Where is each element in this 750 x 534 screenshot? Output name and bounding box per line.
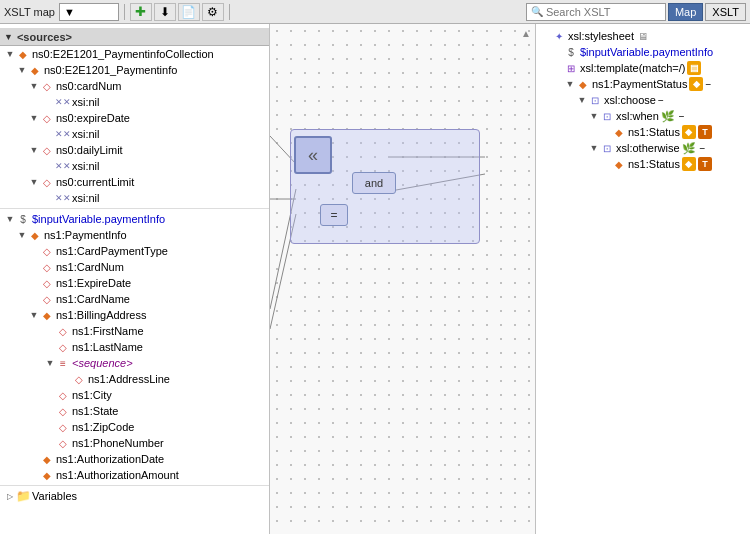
map-button[interactable]: Map (668, 3, 703, 21)
tree-toggle[interactable]: ▼ (588, 110, 600, 122)
tree-item[interactable]: ✕✕ xsi:nil (0, 190, 269, 206)
arrow-node[interactable]: « (294, 136, 332, 174)
tree-item[interactable]: ▼ ◇ ns0:dailyLimit (0, 142, 269, 158)
tree-toggle[interactable]: ▼ (588, 142, 600, 154)
tree-separator (0, 208, 269, 209)
tree-toggle[interactable]: ▼ (28, 176, 40, 188)
tree-item[interactable]: ◇ ns1:State (0, 403, 269, 419)
sources-toggle[interactable]: ▼ (4, 32, 13, 42)
tree-toggle[interactable]: ▼ (28, 80, 40, 92)
right-tree-item[interactable]: ▼ ⊡ xsl:otherwise 🌿 − (536, 140, 750, 156)
tree-item[interactable]: ▼ ◆ ns0:E2E1201_PaymentinfoCollection (0, 46, 269, 62)
tree-item[interactable]: ◇ ns1:LastName (0, 339, 269, 355)
tree-label: ns1:PhoneNumber (72, 437, 164, 449)
attr-icon: ◇ (40, 276, 54, 290)
import-btn[interactable]: ⬇ (154, 3, 176, 21)
template-icon: ⊞ (564, 61, 578, 75)
right-tree-item[interactable]: ▼ ◆ ns1:PaymentStatus ◆ − (536, 76, 750, 92)
attr-icon: ◇ (40, 175, 54, 189)
tree-label: $inputVariable.paymentInfo (580, 46, 713, 58)
connection-lines (270, 24, 535, 534)
green-icon-2: 🌿 (682, 141, 696, 155)
tree-item[interactable]: ◇ ns1:FirstName (0, 323, 269, 339)
attr-icon: ◇ (56, 436, 70, 450)
right-tree-item[interactable]: ▼ ⊡ xsl:when 🌿 − (536, 108, 750, 124)
tree-item[interactable]: ▼ ◆ ns0:E2E1201_Paymentinfo (0, 62, 269, 78)
xslt-button[interactable]: XSLT (705, 3, 746, 21)
element-icon: ◆ (16, 47, 30, 61)
tree-item[interactable]: ◇ ns1:AddressLine (0, 371, 269, 387)
tree-label: ns1:AuthorizationAmount (56, 469, 179, 481)
minus-icon-4: − (700, 143, 706, 154)
tree-toggle (600, 158, 612, 170)
tree-item[interactable]: ◇ ns1:City (0, 387, 269, 403)
tree-toggle[interactable]: ▼ (16, 64, 28, 76)
tree-item[interactable]: ◇ ns1:PhoneNumber (0, 435, 269, 451)
tree-label: ns0:E2E1201_PaymentinfoCollection (32, 48, 214, 60)
right-tree-item[interactable]: ⊞ xsl:template(match=/) ▤ (536, 60, 750, 76)
tree-item[interactable]: ◇ ns1:ExpireDate (0, 275, 269, 291)
tree-item[interactable]: ✕✕ xsi:nil (0, 158, 269, 174)
tree-toggle[interactable]: ▼ (28, 112, 40, 124)
tree-item[interactable]: ◇ ns1:CardName (0, 291, 269, 307)
source-tree-bottom: ▼ $ $inputVariable.paymentInfo ▼ ◆ ns1:P… (0, 211, 269, 483)
folder-icon: 📁 (16, 489, 30, 503)
tree-item[interactable]: ▼ ≡ <sequence> (0, 355, 269, 371)
attr-icon: ◇ (40, 79, 54, 93)
tree-toggle[interactable]: ▼ (28, 309, 40, 321)
tree-label: xsl:when (616, 110, 659, 122)
variables-item[interactable]: ▷ 📁 Variables (0, 488, 269, 504)
tree-item[interactable]: ▼ ◆ ns1:PaymentInfo (0, 227, 269, 243)
xsl-icon: ⊡ (588, 93, 602, 107)
tree-item[interactable]: ▼ ◇ ns0:currentLimit (0, 174, 269, 190)
tree-item[interactable]: ◇ ns1:CardPaymentType (0, 243, 269, 259)
right-tree-item[interactable]: ◆ ns1:Status ◆ T (536, 156, 750, 172)
tree-item[interactable]: ◆ ns1:AuthorizationAmount (0, 467, 269, 483)
right-tree-item[interactable]: ▼ ⊡ xsl:choose − (536, 92, 750, 108)
tree-item[interactable]: ✕✕ xsi:nil (0, 94, 269, 110)
settings-btn[interactable]: ⚙ (202, 3, 224, 21)
tree-item[interactable]: ▼ $ $inputVariable.paymentInfo (0, 211, 269, 227)
tree-item[interactable]: ▼ ◇ ns0:cardNum (0, 78, 269, 94)
tree-label: ns1:ExpireDate (56, 277, 131, 289)
tree-toggle[interactable]: ▼ (16, 229, 28, 241)
right-tree-item[interactable]: ✦ xsl:stylesheet 🖥 (536, 28, 750, 44)
right-icon-1: 🖥 (636, 29, 650, 43)
tree-toggle[interactable]: ▼ (564, 78, 576, 90)
and-node[interactable]: and (352, 172, 396, 194)
element-icon: ◆ (40, 308, 54, 322)
right-tree-item[interactable]: ◆ ns1:Status ◆ T (536, 124, 750, 140)
tree-toggle[interactable]: ▼ (4, 213, 16, 225)
add-btn[interactable]: ✚ (130, 3, 152, 21)
tree-item[interactable]: ▼ ◇ ns0:expireDate (0, 110, 269, 126)
attr-icon: ◇ (56, 404, 70, 418)
map-dropdown-label: ▼ (64, 6, 114, 18)
add-icon: ✚ (135, 4, 146, 19)
eq-node[interactable]: = (320, 204, 348, 226)
map-dropdown[interactable]: ▼ (59, 3, 119, 21)
minus-icon: − (705, 79, 711, 90)
tree-item[interactable]: ✕✕ xsi:nil (0, 126, 269, 142)
nil-icon: ✕✕ (56, 127, 70, 141)
tree-toggle[interactable]: ▼ (4, 48, 16, 60)
export-btn[interactable]: 📄 (178, 3, 200, 21)
center-panel: « and = ▲ (270, 24, 535, 534)
search-input[interactable] (546, 6, 646, 18)
tree-label: ns1:PaymentStatus (592, 78, 687, 90)
tree-toggle[interactable]: ▼ (576, 94, 588, 106)
tree-label: ns1:CardName (56, 293, 130, 305)
tree-toggle[interactable]: ▼ (44, 357, 56, 369)
tree-toggle (28, 293, 40, 305)
tree-item[interactable]: ◇ ns1:CardNum (0, 259, 269, 275)
tree-toggle[interactable]: ▷ (4, 490, 16, 502)
scroll-indicator: ▲ (521, 28, 531, 39)
tree-label: <sequence> (72, 357, 133, 369)
tree-label: ns1:Status (628, 126, 680, 138)
tree-label: xsl:stylesheet (568, 30, 634, 42)
right-tree-item[interactable]: $ $inputVariable.paymentInfo (536, 44, 750, 60)
tree-item[interactable]: ◆ ns1:AuthorizationDate (0, 451, 269, 467)
tree-toggle[interactable]: ▼ (28, 144, 40, 156)
tree-item[interactable]: ▼ ◆ ns1:BillingAddress (0, 307, 269, 323)
tree-item[interactable]: ◇ ns1:ZipCode (0, 419, 269, 435)
attr-icon: ◇ (40, 292, 54, 306)
